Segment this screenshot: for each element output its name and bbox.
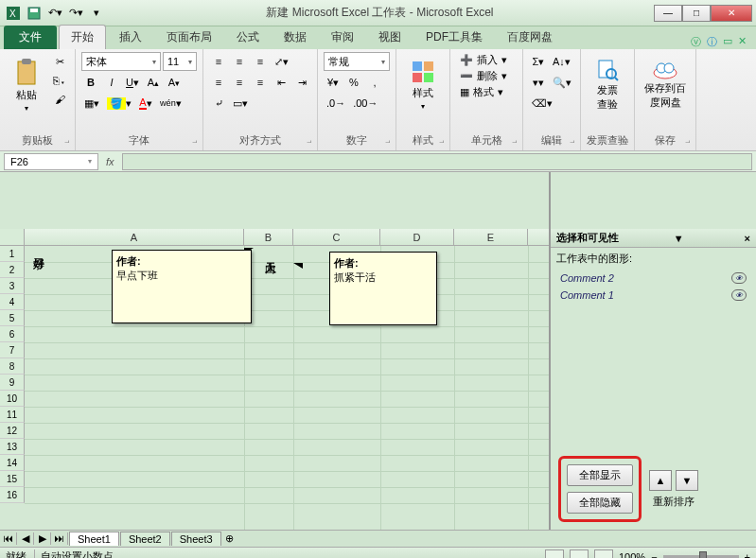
tab-layout[interactable]: 页面布局 xyxy=(155,26,223,49)
row-header[interactable]: 7 xyxy=(0,342,25,358)
tab-insert[interactable]: 插入 xyxy=(108,26,153,49)
paste-button[interactable]: 粘贴 ▾ xyxy=(6,52,47,118)
row-header[interactable]: 2 xyxy=(0,262,25,278)
sheet-prev-icon[interactable]: ◀ xyxy=(17,532,34,545)
qat-dropdown-icon[interactable]: ▾ xyxy=(87,4,106,23)
tab-review[interactable]: 审阅 xyxy=(320,26,365,49)
col-header-a[interactable]: A xyxy=(25,229,244,245)
sheet-last-icon[interactable]: ⏭ xyxy=(51,532,68,545)
orientation-button[interactable]: ⤢▾ xyxy=(272,52,291,71)
tab-view[interactable]: 视图 xyxy=(367,26,413,49)
zoom-level[interactable]: 100% xyxy=(619,551,645,559)
excel-icon[interactable]: X xyxy=(4,4,23,23)
format-painter-button[interactable]: 🖌 xyxy=(50,90,69,109)
autosum-button[interactable]: Σ▾ xyxy=(529,52,548,71)
row-header[interactable]: 8 xyxy=(0,358,25,375)
undo-icon[interactable]: ↶▾ xyxy=(45,4,64,23)
decrease-font-button[interactable]: A▾ xyxy=(165,73,184,92)
new-sheet-icon[interactable]: ⊕ xyxy=(225,532,234,545)
comment-box-1[interactable]: 作者: 早点下班 xyxy=(112,250,252,323)
font-size-combo[interactable]: 11 xyxy=(163,52,197,71)
currency-button[interactable]: ¥▾ xyxy=(324,73,343,92)
move-up-button[interactable]: ▲ xyxy=(649,470,672,491)
ribbon-minimize-icon[interactable]: ⓥ xyxy=(691,35,701,49)
align-top-button[interactable]: ≡ xyxy=(209,52,228,71)
grid-body[interactable]: 12345678910111213141516 好好学习 天天向上 作者: 早点… xyxy=(0,246,549,530)
row-header[interactable]: 14 xyxy=(0,455,25,471)
row-header[interactable]: 11 xyxy=(0,407,25,423)
help-icon[interactable]: ⓘ xyxy=(707,35,717,49)
sheet-tab-1[interactable]: Sheet1 xyxy=(69,532,119,546)
bold-button[interactable]: B xyxy=(81,73,100,92)
formula-input[interactable] xyxy=(122,153,752,170)
maximize-button[interactable]: □ xyxy=(682,5,711,22)
sheet-tab-2[interactable]: Sheet2 xyxy=(120,532,170,546)
view-normal-button[interactable] xyxy=(545,549,564,559)
increase-decimal-button[interactable]: .0→ xyxy=(324,94,348,113)
window-restore-icon[interactable]: ▭ xyxy=(723,35,732,49)
indent-decrease-button[interactable]: ⇤ xyxy=(272,73,290,92)
row-header[interactable]: 6 xyxy=(0,326,25,342)
view-page-break-button[interactable] xyxy=(594,549,613,559)
format-cells-button[interactable]: ▦ 格式 ▾ xyxy=(456,84,517,100)
invoice-button[interactable]: 发票 查验 xyxy=(587,52,628,118)
close-workbook-icon[interactable]: ✕ xyxy=(738,35,747,49)
name-box[interactable]: F26 xyxy=(4,153,98,170)
select-all-corner[interactable] xyxy=(0,229,25,245)
indent-increase-button[interactable]: ⇥ xyxy=(292,73,311,92)
copy-button[interactable]: ⎘▾ xyxy=(50,71,69,90)
comment-box-2[interactable]: 作者: 抓紧干活 xyxy=(329,252,437,325)
align-left-button[interactable]: ≡ xyxy=(209,73,228,92)
italic-button[interactable]: I xyxy=(102,73,121,92)
merge-button[interactable]: ▭▾ xyxy=(230,94,251,113)
zoom-in-button[interactable]: + xyxy=(745,551,750,559)
number-format-combo[interactable]: 常规 xyxy=(324,52,390,71)
underline-button[interactable]: U▾ xyxy=(123,73,142,92)
tab-file[interactable]: 文件 xyxy=(4,26,57,49)
align-bottom-button[interactable]: ≡ xyxy=(251,52,270,71)
col-header-d[interactable]: D xyxy=(380,229,454,245)
insert-cells-button[interactable]: ➕ 插入 ▾ xyxy=(456,52,517,68)
tab-data[interactable]: 数据 xyxy=(273,26,318,49)
align-center-button[interactable]: ≡ xyxy=(230,73,249,92)
col-header-b[interactable]: B xyxy=(244,229,293,245)
view-page-layout-button[interactable] xyxy=(570,549,589,559)
tab-formula[interactable]: 公式 xyxy=(225,26,271,49)
sheet-tab-3[interactable]: Sheet3 xyxy=(171,532,221,546)
font-name-combo[interactable]: 宋体 xyxy=(81,52,161,71)
pane-dropdown-icon[interactable]: ▼ xyxy=(674,233,684,244)
row-header[interactable]: 13 xyxy=(0,439,25,455)
fill-button[interactable]: ▾▾ xyxy=(529,73,548,92)
styles-button[interactable]: 样式 ▾ xyxy=(402,52,444,118)
col-header-c[interactable]: C xyxy=(293,229,380,245)
save-cloud-button[interactable]: 保存到百 度网盘 xyxy=(641,52,690,118)
row-header[interactable]: 1 xyxy=(0,246,25,262)
percent-button[interactable]: % xyxy=(344,73,363,92)
tab-home[interactable]: 开始 xyxy=(59,25,106,49)
row-header[interactable]: 16 xyxy=(0,487,25,503)
sort-button[interactable]: A↓▾ xyxy=(550,52,573,71)
decrease-decimal-button[interactable]: .00→ xyxy=(350,94,380,113)
minimize-button[interactable]: — xyxy=(654,5,682,22)
font-color-button[interactable]: A▾ xyxy=(136,94,155,113)
col-header-e[interactable]: E xyxy=(454,229,528,245)
visibility-toggle-icon[interactable]: 👁 xyxy=(731,289,747,301)
zoom-out-button[interactable]: − xyxy=(651,551,657,559)
align-right-button[interactable]: ≡ xyxy=(251,73,270,92)
sheet-first-icon[interactable]: ⏮ xyxy=(0,532,17,545)
cut-button[interactable]: ✂ xyxy=(50,52,69,71)
fx-icon[interactable]: fx xyxy=(106,156,114,167)
save-icon[interactable] xyxy=(25,4,44,23)
row-header[interactable]: 15 xyxy=(0,471,25,487)
pane-close-icon[interactable]: × xyxy=(745,233,750,244)
sheet-next-icon[interactable]: ▶ xyxy=(34,532,51,545)
shape-item-comment2[interactable]: Comment 2 👁 xyxy=(551,270,756,287)
zoom-slider[interactable] xyxy=(663,555,739,559)
visibility-toggle-icon[interactable]: 👁 xyxy=(731,272,747,284)
delete-cells-button[interactable]: ➖ 删除 ▾ xyxy=(456,68,517,84)
row-header[interactable]: 4 xyxy=(0,294,25,310)
close-button[interactable]: ✕ xyxy=(711,5,752,22)
row-header[interactable]: 5 xyxy=(0,310,25,326)
row-header[interactable]: 10 xyxy=(0,391,25,407)
wrap-text-button[interactable]: ⤶ xyxy=(209,94,228,113)
